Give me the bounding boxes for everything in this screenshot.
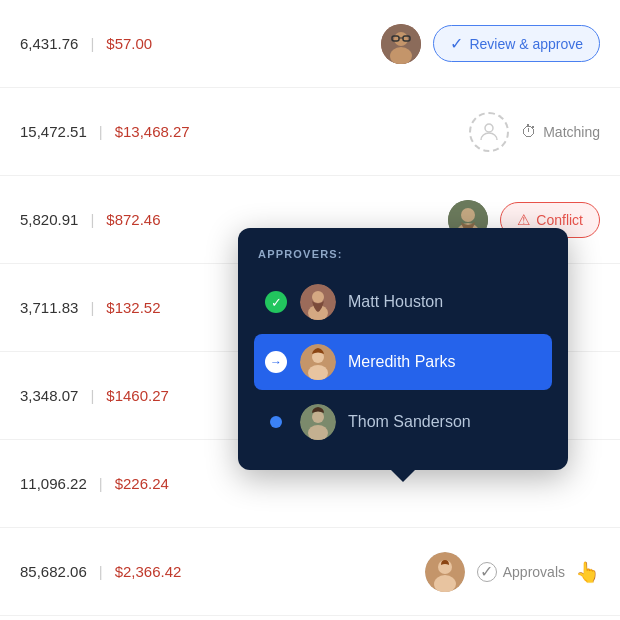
- svg-point-8: [461, 208, 475, 222]
- approver-avatar-matt: [300, 284, 336, 320]
- matching-badge: ⏱ Matching: [521, 123, 600, 141]
- review-approve-label: Review & approve: [469, 36, 583, 52]
- approver-avatar-thom: [300, 404, 336, 440]
- amount-main: 3,711.83: [20, 299, 78, 316]
- warning-icon: ⚠: [517, 211, 530, 229]
- svg-point-6: [485, 124, 493, 132]
- approver-item-matt[interactable]: ✓ Matt Houston: [254, 274, 552, 330]
- row-amounts: 3,348.07 | $1460.27: [20, 387, 169, 404]
- review-approve-badge[interactable]: ✓ Review & approve: [433, 25, 600, 62]
- amount-main: 11,096.22: [20, 475, 87, 492]
- row-amounts: 15,472.51 | $13,468.27: [20, 123, 190, 140]
- approver-name-meredith: Meredith Parks: [348, 353, 542, 371]
- approver-name-matt: Matt Houston: [348, 293, 542, 311]
- cursor-icon: 👆: [575, 560, 600, 584]
- row-amounts: 3,711.83 | $132.52: [20, 299, 161, 316]
- table-row: 85,682.06 | $2,366.42 ✓ Approvals 👆: [0, 528, 620, 616]
- clock-icon: ⏱: [521, 123, 537, 141]
- separator: |: [90, 299, 94, 316]
- separator: |: [90, 211, 94, 228]
- amount-sub: $2,366.42: [115, 563, 182, 580]
- approvals-badge[interactable]: ✓ Approvals 👆: [477, 560, 600, 584]
- amount-main: 3,348.07: [20, 387, 78, 404]
- approvals-label: Approvals: [503, 564, 565, 580]
- separator: |: [99, 475, 103, 492]
- svg-point-17: [312, 291, 324, 303]
- conflict-label: Conflict: [536, 212, 583, 228]
- approver-avatar-meredith: [300, 344, 336, 380]
- row-right: ✓ Review & approve: [381, 24, 600, 64]
- separator: |: [99, 563, 103, 580]
- separator: |: [90, 35, 94, 52]
- row-amounts: 11,096.22 | $226.24: [20, 475, 169, 492]
- amount-main: 5,820.91: [20, 211, 78, 228]
- check-circle: ✓: [265, 291, 287, 313]
- arrow-indicator: →: [264, 350, 288, 374]
- svg-point-23: [312, 411, 324, 423]
- row-amounts: 85,682.06 | $2,366.42: [20, 563, 181, 580]
- table-row: 7,026.34 | $163.43 ⚠ Conflict: [0, 616, 620, 620]
- amount-main: 6,431.76: [20, 35, 78, 52]
- row-amounts: 6,431.76 | $57.00: [20, 35, 152, 52]
- table-row: 6,431.76 | $57.00 ✓ Rev: [0, 0, 620, 88]
- approvals-check-icon: ✓: [477, 562, 497, 582]
- approver-item-thom[interactable]: Thom Sanderson: [254, 394, 552, 450]
- separator: |: [90, 387, 94, 404]
- amount-sub: $57.00: [106, 35, 152, 52]
- check-indicator: ✓: [264, 290, 288, 314]
- amount-sub: $872.46: [106, 211, 160, 228]
- amount-main: 15,472.51: [20, 123, 87, 140]
- table-row: 15,472.51 | $13,468.27 ⏱ Matching: [0, 88, 620, 176]
- amount-main: 85,682.06: [20, 563, 87, 580]
- avatar-face: [381, 24, 421, 64]
- row-right: ⏱ Matching: [469, 112, 600, 152]
- amount-sub: $13,468.27: [115, 123, 190, 140]
- approvers-popup: APPROVERS: ✓ Matt Houston: [238, 228, 568, 470]
- amount-sub: $1460.27: [106, 387, 169, 404]
- arrow-icon: →: [270, 355, 282, 369]
- avatar: [425, 552, 465, 592]
- avatar-placeholder: [469, 112, 509, 152]
- amount-sub: $226.24: [115, 475, 169, 492]
- svg-point-1: [394, 32, 408, 46]
- approvers-title: APPROVERS:: [254, 248, 552, 260]
- dot-indicator: [264, 410, 288, 434]
- review-check-icon: ✓: [450, 34, 463, 53]
- row-amounts: 5,820.91 | $872.46: [20, 211, 161, 228]
- check-icon: ✓: [271, 295, 282, 310]
- dot-circle: [270, 416, 282, 428]
- approver-item-meredith[interactable]: → Meredith Parks: [254, 334, 552, 390]
- approver-name-thom: Thom Sanderson: [348, 413, 542, 431]
- arrow-circle: →: [265, 351, 287, 373]
- matching-label: Matching: [543, 124, 600, 140]
- avatar: [381, 24, 421, 64]
- amount-sub: $132.52: [106, 299, 160, 316]
- table-container: 6,431.76 | $57.00 ✓ Rev: [0, 0, 620, 620]
- separator: |: [99, 123, 103, 140]
- row-right: ✓ Approvals 👆: [425, 552, 600, 592]
